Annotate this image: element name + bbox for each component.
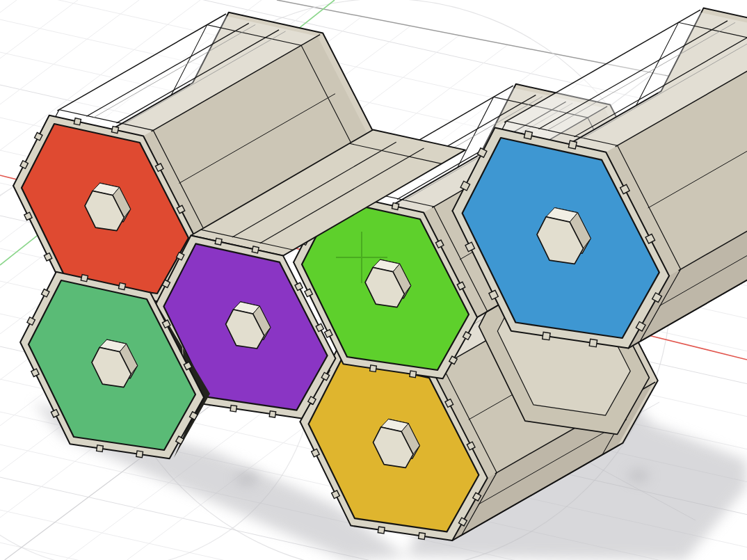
rim-notch	[543, 332, 550, 339]
rim-notch	[589, 339, 597, 346]
rim-notch	[524, 131, 532, 139]
rim-notch	[111, 127, 118, 134]
rim-notch	[378, 527, 385, 534]
rim-notch	[74, 118, 81, 125]
rim-notch	[568, 141, 577, 149]
module-blue-hex-bin[interactable]	[453, 8, 747, 349]
viewport-canvas[interactable]	[0, 0, 747, 560]
knob-shadow-blob	[235, 472, 259, 485]
rim-notch	[410, 371, 417, 378]
knob-shadow-blob	[628, 470, 649, 481]
rim-notch	[252, 246, 259, 253]
rim-notch	[392, 203, 399, 210]
rim-notch	[419, 533, 426, 540]
rim-notch	[215, 238, 222, 245]
rim-notch	[230, 405, 236, 411]
rim-notch	[118, 283, 125, 290]
rim-notch	[370, 365, 377, 372]
edge-line	[0, 0, 17, 560]
rim-notch	[136, 451, 143, 458]
rim-notch	[81, 275, 88, 282]
rim-notch	[97, 445, 104, 452]
scene-svg[interactable]	[0, 0, 747, 560]
rim-notch	[269, 411, 275, 417]
